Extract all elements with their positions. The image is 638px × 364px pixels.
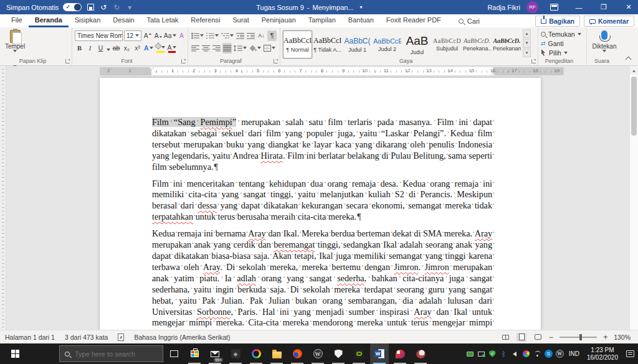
autosave-toggle[interactable]: ✓ — [63, 3, 82, 11]
tab-desain[interactable]: Desain — [107, 14, 140, 27]
network-drive-icon[interactable] — [466, 350, 474, 358]
web-layout-button[interactable] — [533, 333, 543, 342]
font-family-combo[interactable]: Times New Rom — [75, 30, 123, 41]
user-name[interactable]: Radja Fikri — [487, 4, 520, 11]
store-button[interactable] — [185, 343, 204, 364]
numbering-button[interactable] — [206, 30, 219, 41]
security-button[interactable] — [329, 343, 348, 364]
text-effects-button[interactable]: A — [143, 43, 154, 54]
tab-beranda[interactable]: Beranda — [29, 14, 69, 27]
gallery-scroll-up-button[interactable]: ▲ — [523, 29, 531, 38]
paint3d-button[interactable] — [391, 343, 409, 364]
taskbar-search[interactable] — [59, 345, 163, 362]
style--tidak-a-[interactable]: AaBbCcI¶ Tidak A... — [313, 30, 342, 58]
shrink-font-button[interactable]: A — [153, 30, 163, 41]
saving-status[interactable]: Menyimpan... — [313, 4, 354, 11]
styles-dialog-launcher[interactable] — [531, 59, 536, 63]
strikethrough-button[interactable]: ab — [112, 43, 121, 54]
page-info[interactable]: Halaman 1 dari 1 — [5, 334, 55, 341]
style-penekana-[interactable]: AaBbCcD.Penekana... — [462, 30, 492, 58]
share-button[interactable]: Bagikan — [535, 16, 580, 27]
mail-button[interactable]: 99+ — [206, 343, 224, 364]
save-button[interactable] — [86, 3, 95, 12]
scrollbar-thumb[interactable] — [631, 77, 637, 136]
document-page[interactable]: Film “Sang Pemimpi” merupakan salah satu… — [100, 78, 541, 330]
search-bar[interactable]: Cari — [459, 17, 480, 25]
file-explorer-button[interactable] — [267, 343, 286, 364]
paste-button[interactable]: Tempel — [2, 29, 27, 62]
redo-button[interactable]: ↻ — [112, 3, 121, 12]
gallery-more-button[interactable]: ▼ — [523, 49, 531, 57]
word-count[interactable]: 3 dari 473 kata — [65, 334, 108, 341]
maximize-button[interactable]: ❐ — [594, 0, 613, 14]
proofing-errors-icon[interactable]: ✗ — [118, 334, 124, 341]
satellite-app-button[interactable] — [411, 343, 430, 364]
bluetooth-icon[interactable]: ᛒ — [500, 350, 508, 358]
language-status[interactable]: Bahasa Inggris (Amerika Serikat) — [134, 334, 230, 341]
align-right-button[interactable] — [212, 43, 221, 54]
shading-button[interactable] — [249, 43, 262, 54]
font-size-combo[interactable]: 12 — [124, 30, 141, 41]
select-button[interactable]: Pilih — [541, 48, 585, 57]
speaker-icon[interactable] — [511, 350, 519, 358]
style--normal[interactable]: AaBbCcI¶ Normal — [283, 30, 312, 58]
grow-font-button[interactable]: A — [143, 30, 152, 41]
zoom-slider[interactable] — [559, 337, 597, 338]
tab-tata-letak[interactable]: Tata Letak — [141, 14, 185, 27]
comment-button[interactable]: Komentar — [584, 16, 634, 27]
line-spacing-button[interactable] — [233, 43, 247, 54]
wordpress-tray-icon[interactable]: W — [556, 350, 564, 358]
find-button[interactable]: Temukan — [541, 29, 585, 39]
tab-file[interactable]: File — [5, 14, 29, 27]
gpu-app-icon[interactable] — [522, 350, 530, 358]
firefox-button[interactable] — [288, 343, 307, 364]
sort-button[interactable]: A↓ — [257, 30, 266, 41]
zoom-in-button[interactable]: + — [603, 333, 607, 342]
language-indicator[interactable]: IND — [567, 350, 581, 357]
style-subjudul[interactable]: AaBbCcDSubjudul — [432, 30, 462, 58]
start-button[interactable] — [0, 343, 30, 364]
taskbar-search-input[interactable] — [75, 350, 150, 358]
superscript-button[interactable]: x² — [133, 43, 142, 54]
undo-button[interactable]: ↺ — [99, 3, 108, 12]
clock[interactable]: 1:23 PM16/02/2020 — [584, 347, 621, 362]
show-formatting-marks-button[interactable]: ¶ — [267, 30, 277, 41]
style-judul-2[interactable]: AaBbCcEJudul 2 — [373, 30, 402, 58]
multilevel-list-button[interactable] — [221, 30, 234, 41]
clipboard-dialog-launcher[interactable] — [65, 59, 70, 63]
font-dialog-launcher[interactable] — [181, 59, 186, 63]
tab-peninjauan[interactable]: Peninjauan — [255, 14, 302, 27]
highlight-button[interactable] — [155, 43, 166, 54]
tab-bantuan[interactable]: Bantuan — [342, 14, 380, 27]
vertical-ruler[interactable] — [0, 66, 6, 330]
document-text[interactable]: Film “Sang Pemimpi” merupakan salah satu… — [152, 117, 492, 330]
right-indent-marker[interactable] — [490, 72, 495, 75]
tab-surat[interactable]: Surat — [226, 14, 255, 27]
word-button[interactable]: W — [370, 343, 389, 364]
decrease-indent-button[interactable] — [236, 30, 245, 41]
zoom-level[interactable]: 130% — [614, 334, 631, 341]
task-view-button[interactable] — [164, 343, 183, 364]
gallery-scroll-down-button[interactable]: ▼ — [523, 39, 531, 47]
skype-icon[interactable]: S — [545, 350, 553, 358]
close-button[interactable]: ✕ — [619, 0, 638, 14]
avatar[interactable]: RF — [526, 1, 538, 13]
paragraph[interactable]: Film ini menceritakan tentang kehidupan … — [152, 179, 492, 223]
wordpress-button[interactable]: W — [308, 343, 327, 364]
dark-app-button[interactable]: ◆ — [226, 343, 245, 364]
display-icon[interactable] — [477, 350, 485, 358]
bullets-button[interactable] — [191, 30, 204, 41]
nvidia-button[interactable] — [350, 343, 368, 364]
clear-formatting-button[interactable]: A — [177, 30, 186, 41]
paragraph-dialog-launcher[interactable] — [274, 59, 278, 63]
security-shield-icon[interactable]: ✓ — [488, 350, 497, 358]
replace-button[interactable]: ⇄Ganti — [541, 39, 585, 48]
tab-referensi[interactable]: Referensi — [184, 14, 226, 27]
align-left-button[interactable] — [191, 43, 200, 54]
wifi-icon[interactable] — [533, 350, 541, 358]
style-judul-1[interactable]: AaBbC(Judul 1 — [343, 30, 372, 58]
read-mode-button[interactable] — [500, 333, 510, 342]
align-center-button[interactable] — [201, 43, 211, 54]
increase-indent-button[interactable] — [246, 30, 255, 41]
horizontal-ruler[interactable]: 2112345678910111213141516171819 — [100, 67, 564, 75]
